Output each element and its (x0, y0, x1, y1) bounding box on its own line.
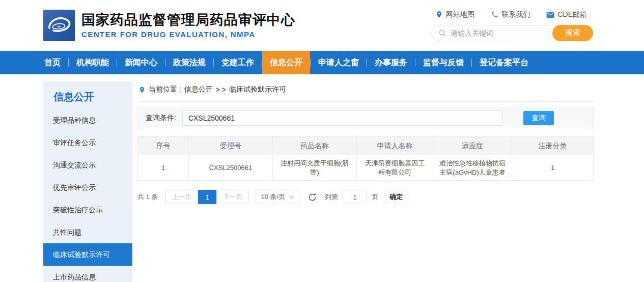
nav-item-policies[interactable]: 政策法规 (165, 51, 213, 74)
sidebar-item-accepted-varieties[interactable]: 受理品种信息 (43, 109, 132, 131)
site-search-button[interactable]: 搜索 (552, 25, 593, 41)
nav-item-news[interactable]: 新闻中心 (117, 51, 165, 74)
cell-registration-class: 1 (512, 155, 594, 181)
quick-links: 网站地图 联系我们 CDE邮箱 (431, 10, 593, 19)
column-header-index: 序号 (138, 137, 189, 155)
link-contact[interactable]: 联系我们 (491, 10, 530, 19)
sidebar-item-marketed-drugs[interactable]: 上市药品信息 (43, 266, 132, 282)
refresh-icon[interactable] (308, 193, 317, 202)
main-panel: 当前位置 : 信息公开 > > 临床试验默示许可 查询条件: 查询 序号 (137, 81, 594, 204)
nav-item-functions[interactable]: 机构职能 (69, 51, 117, 74)
site-search: 搜索 (431, 25, 593, 41)
page-number-button[interactable]: 1 (198, 190, 216, 204)
query-label: 查询条件: (146, 114, 176, 123)
link-contact-label: 联系我们 (501, 10, 530, 19)
cde-logo-icon[interactable] (43, 10, 75, 41)
table-row: 1 CXSL2500661 注射用间充质干细胞(脐带) 天津昂赛细胞基因工程有限… (138, 155, 594, 181)
sidebar-item-priority-review[interactable]: 优先审评公示 (43, 176, 132, 199)
cell-applicant: 天津昂赛细胞基因工程有限公司 (357, 155, 433, 181)
phone-icon (491, 11, 498, 18)
main-nav: 首页 机构职能 新闻中心 政策法规 党建工作 信息公开 申请人之窗 办事服务 监… (0, 51, 644, 74)
goto-page-input[interactable] (343, 190, 367, 204)
page-size-value: 10 条/页 (261, 192, 285, 202)
breadcrumb-section[interactable]: 信息公开 (184, 85, 213, 94)
page-unit-label: 页 (372, 192, 378, 202)
content: 信息公开 受理品种信息 审评任务公示 沟通交流公示 优先审评公示 突破性治疗公示… (0, 74, 644, 282)
breadcrumb-separator: > > (216, 86, 226, 94)
nav-item-home[interactable]: 首页 (37, 51, 68, 74)
brand-text: 国家药品监督管理局药品审评中心 CENTER FOR DRUG EVALUATI… (81, 12, 295, 39)
column-header-drug-name: 药品名称 (273, 137, 357, 155)
sidebar-item-breakthrough-therapy[interactable]: 突破性治疗公示 (43, 199, 132, 221)
breadcrumb-current: 临床试验默示许可 (229, 85, 286, 94)
location-pin-icon (435, 11, 443, 18)
sidebar: 信息公开 受理品种信息 审评任务公示 沟通交流公示 优先审评公示 突破性治疗公示… (43, 81, 132, 282)
sidebar-item-common-issues[interactable]: 共性问题 (43, 221, 132, 243)
page: 国家药品监督管理局药品审评中心 CENTER FOR DRUG EVALUATI… (0, 0, 644, 282)
brand: 国家药品监督管理局药品审评中心 CENTER FOR DRUG EVALUATI… (43, 10, 295, 41)
nav-item-applicant-window[interactable]: 申请人之窗 (311, 51, 367, 74)
link-sitemap-label: 网站地图 (446, 10, 474, 19)
link-mailbox-label: CDE邮箱 (557, 10, 587, 19)
mail-icon (546, 11, 554, 18)
nav-item-info-disclosure[interactable]: 信息公开 (262, 51, 310, 74)
link-mailbox[interactable]: CDE邮箱 (546, 10, 587, 19)
goto-label: 到第 (325, 192, 338, 202)
column-header-registration-class: 注册分类 (512, 137, 594, 155)
chevron-down-icon (289, 195, 294, 199)
site-subtitle: CENTER FOR DRUG EVALUATION, NMPA (81, 30, 295, 39)
nav-item-registration-platform[interactable]: 登记备案平台 (472, 51, 536, 74)
column-header-acceptance-no: 受理号 (189, 137, 273, 155)
query-input[interactable] (182, 110, 503, 126)
site-header: 国家药品监督管理局药品审评中心 CENTER FOR DRUG EVALUATI… (0, 0, 644, 51)
site-title: 国家药品监督管理局药品审评中心 (81, 12, 295, 28)
nav-item-supervision-feedback[interactable]: 监督与反馈 (415, 51, 471, 74)
results-table: 序号 受理号 药品名称 申请人名称 适应症 注册分类 1 CXSL2500661… (137, 136, 594, 181)
breadcrumb: 当前位置 : 信息公开 > > 临床试验默示许可 (137, 81, 594, 102)
link-sitemap[interactable]: 网站地图 (435, 10, 474, 19)
nav-item-services[interactable]: 办事服务 (367, 51, 415, 74)
confirm-button[interactable]: 确定 (384, 190, 408, 204)
sidebar-item-review-tasks[interactable]: 审评任务公示 (43, 131, 132, 154)
header-right: 网站地图 联系我们 CDE邮箱 (431, 10, 593, 41)
query-bar: 查询条件: 查询 (137, 107, 594, 129)
next-page-button[interactable]: 下一页 (216, 190, 249, 204)
total-count: 共 1 条 (137, 192, 158, 202)
cell-acceptance-no: CXSL2500661 (189, 155, 273, 181)
cell-drug-name: 注射用间充质干细胞(脐带) (273, 155, 357, 181)
nav-item-party-building[interactable]: 党建工作 (214, 51, 262, 74)
prev-page-button[interactable]: 上一页 (165, 190, 198, 204)
cell-index: 1 (138, 155, 189, 181)
page-size-select[interactable]: 10 条/页 (256, 190, 299, 204)
query-button[interactable]: 查询 (523, 111, 554, 125)
table-header-row: 序号 受理号 药品名称 申请人名称 适应症 注册分类 (138, 137, 594, 155)
sidebar-item-clinical-trial-implied-license[interactable]: 临床试验默示许可 (43, 243, 132, 266)
column-header-applicant: 申请人名称 (357, 137, 433, 155)
pagination: 共 1 条 上一页 1 下一页 10 条/页 到第 (137, 190, 594, 204)
location-pin-icon (138, 86, 146, 94)
breadcrumb-prefix: 当前位置 : (149, 85, 181, 94)
search-icon (438, 29, 446, 37)
sidebar-item-communication[interactable]: 沟通交流公示 (43, 154, 132, 176)
column-header-indication: 适应症 (433, 137, 512, 155)
sidebar-title: 信息公开 (43, 81, 132, 109)
cell-indication: 难治性急性移植物抗宿主病(aGvHD)儿童患者 (433, 155, 512, 181)
